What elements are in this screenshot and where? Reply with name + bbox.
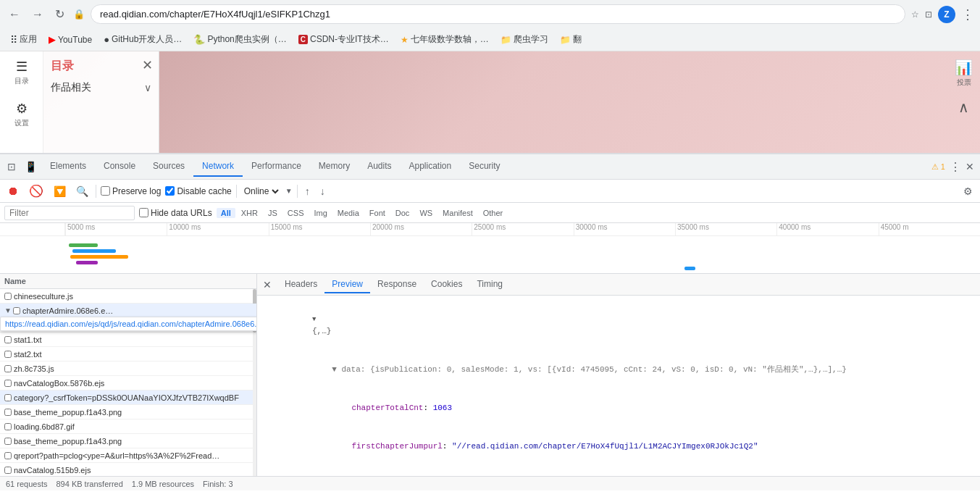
- bookmark-apps[interactable]: ⠿ 应用: [6, 31, 41, 48]
- export-button[interactable]: ↓: [317, 184, 328, 199]
- reload-button[interactable]: ↻: [52, 4, 67, 24]
- tab-console[interactable]: Console: [95, 156, 144, 177]
- item-checkbox[interactable]: [4, 336, 12, 343]
- tab-sources[interactable]: Sources: [144, 156, 193, 177]
- item-checkbox[interactable]: [4, 380, 12, 387]
- filter-type-img[interactable]: Img: [309, 208, 331, 218]
- address-input[interactable]: [91, 4, 905, 24]
- tab-cookies[interactable]: Cookies: [424, 276, 469, 293]
- disable-cache-input[interactable]: [165, 186, 175, 196]
- math-label: 七年级数学数轴，…: [411, 33, 489, 46]
- scroll-top-button[interactable]: ∧: [958, 99, 969, 116]
- json-root[interactable]: {,…}: [264, 300, 973, 351]
- tab-network[interactable]: Network: [193, 156, 243, 177]
- filter-type-all[interactable]: All: [217, 208, 235, 218]
- list-item[interactable]: ▼ chapterAdmire.068e6.e… https://read.qi…: [0, 304, 256, 318]
- bookmark-crawl[interactable]: 📁 爬虫学习: [496, 31, 553, 48]
- filter-type-manifest[interactable]: Manifest: [438, 208, 477, 218]
- item-checkbox[interactable]: [4, 438, 12, 445]
- filter-type-js[interactable]: JS: [264, 208, 282, 218]
- tab-security[interactable]: Security: [460, 156, 508, 177]
- forward-button[interactable]: →: [29, 5, 46, 24]
- sidebar-panel: ☰ 目录 ⚙ 设置 目录 作品相关 ∨ ✕: [0, 51, 159, 153]
- list-item[interactable]: chineseculture.js: [0, 289, 256, 304]
- sidebar-menu-item[interactable]: ☰ 目录: [14, 59, 29, 86]
- import-button[interactable]: ↑: [302, 184, 313, 199]
- preview-close-button[interactable]: ✕: [263, 279, 272, 291]
- tab-response[interactable]: Response: [370, 276, 424, 293]
- star-icon[interactable]: ☆: [911, 9, 919, 20]
- sidebar-title: 目录: [51, 59, 151, 74]
- throttle-select[interactable]: Online: [241, 185, 281, 197]
- hide-data-urls-checkbox[interactable]: Hide data URLs: [139, 208, 212, 218]
- list-item[interactable]: navCatalog.515b9.ejs: [0, 463, 256, 476]
- menu-icon[interactable]: ⋮: [961, 7, 974, 22]
- preserve-log-checkbox[interactable]: Preserve log: [101, 186, 161, 196]
- stop-button[interactable]: 🚫: [26, 183, 46, 199]
- list-item[interactable]: navCatalogBox.5876b.ejs: [0, 376, 256, 390]
- device-icon[interactable]: 📱: [20, 161, 41, 172]
- item-checkbox[interactable]: [4, 394, 12, 401]
- profile-icon[interactable]: Z: [938, 6, 955, 23]
- bookmark-github[interactable]: ● GitHub开发人员…: [99, 31, 186, 48]
- hide-data-urls-input[interactable]: [139, 208, 148, 217]
- item-checkbox[interactable]: [4, 365, 12, 372]
- disable-cache-checkbox[interactable]: Disable cache: [165, 186, 231, 196]
- filter-type-font[interactable]: Font: [365, 208, 390, 218]
- tab-timing[interactable]: Timing: [469, 276, 510, 293]
- item-checkbox[interactable]: [4, 452, 12, 459]
- filter-button[interactable]: 🔽: [51, 184, 69, 199]
- tab-headers[interactable]: Headers: [277, 276, 324, 293]
- bookmark-math[interactable]: ★ 七年级数学数轴，…: [396, 31, 493, 48]
- item-checkbox[interactable]: [4, 293, 12, 300]
- filter-type-ws[interactable]: WS: [415, 208, 437, 218]
- filter-input[interactable]: [4, 206, 135, 220]
- item-checkbox[interactable]: [4, 467, 12, 474]
- tab-memory[interactable]: Memory: [310, 156, 359, 177]
- vote-button[interactable]: 📊 投票: [955, 59, 973, 88]
- filter-type-doc[interactable]: Doc: [391, 208, 414, 218]
- apps-icon: ⠿: [10, 34, 17, 46]
- filter-bar: Hide data URLs All XHR JS CSS Img Media …: [0, 203, 980, 223]
- chevron-down-icon[interactable]: ∨: [144, 82, 151, 93]
- item-checkbox[interactable]: [4, 423, 12, 430]
- list-item[interactable]: category?_csrfToken=pDSSk0OUANaaYIOXJfzV…: [0, 390, 256, 405]
- page-content-area: ☰ 目录 ⚙ 设置 目录 作品相关 ∨ ✕ 📊 投票 ∧: [0, 51, 980, 153]
- bookmark-youtube[interactable]: ▶ YouTube: [44, 32, 96, 47]
- timeline-mark-10000: 10000 ms: [167, 223, 268, 235]
- record-button[interactable]: ⏺: [4, 183, 22, 199]
- list-item[interactable]: stat1.txt: [0, 333, 256, 347]
- bookmark-more[interactable]: 📁 翻: [556, 31, 586, 48]
- item-checkbox[interactable]: [4, 351, 12, 358]
- list-item[interactable]: stat2.txt: [0, 347, 256, 362]
- tab-preview[interactable]: Preview: [324, 276, 370, 293]
- list-item[interactable]: qreport?path=pclog<ype=A&url=https%3A%2F…: [0, 448, 256, 463]
- list-item[interactable]: loading.6bd87.gif: [0, 419, 256, 434]
- back-button[interactable]: ←: [6, 5, 23, 24]
- devtools-menu-icon[interactable]: ⋮: [950, 160, 961, 174]
- list-item[interactable]: base_theme_popup.f1a43.png: [0, 434, 256, 448]
- filter-type-xhr[interactable]: XHR: [237, 208, 262, 218]
- item-checkbox[interactable]: [4, 409, 12, 416]
- item-checkbox[interactable]: [13, 307, 20, 314]
- list-item[interactable]: base_theme_popup.f1a43.png: [0, 405, 256, 419]
- tab-performance[interactable]: Performance: [243, 156, 310, 177]
- screenshot-icon[interactable]: ⊡: [925, 9, 932, 20]
- tab-elements[interactable]: Elements: [41, 156, 95, 177]
- tab-audits[interactable]: Audits: [359, 156, 400, 177]
- tab-application[interactable]: Application: [401, 156, 461, 177]
- filter-type-media[interactable]: Media: [333, 208, 364, 218]
- sidebar-settings-item[interactable]: ⚙ 设置: [14, 101, 29, 128]
- filter-type-other[interactable]: Other: [479, 208, 508, 218]
- bookmark-csdn[interactable]: C CSDN-专业IT技术…: [294, 31, 393, 48]
- sidebar-close-button[interactable]: ✕: [142, 57, 153, 73]
- filter-type-css[interactable]: CSS: [283, 208, 309, 218]
- root-expand-icon[interactable]: [312, 313, 321, 326]
- inspect-icon[interactable]: ⊡: [3, 161, 20, 172]
- preserve-log-input[interactable]: [101, 186, 110, 196]
- search-button[interactable]: 🔍: [73, 184, 91, 199]
- bookmark-python[interactable]: 🐍 Python爬虫实例（…: [189, 31, 290, 48]
- devtools-close-icon[interactable]: ✕: [966, 161, 974, 172]
- devtools-settings-button[interactable]: ⚙: [960, 184, 976, 199]
- list-item[interactable]: zh.8c735.js: [0, 362, 256, 376]
